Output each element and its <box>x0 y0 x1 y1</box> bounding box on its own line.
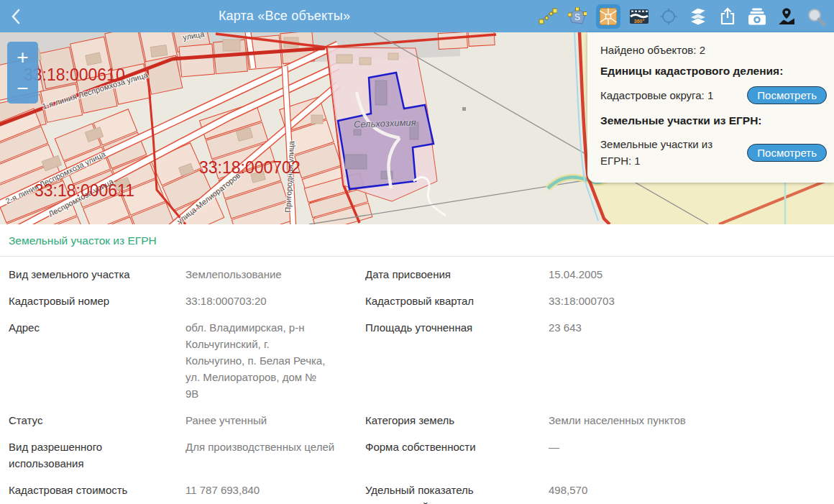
field-value: 498,570 <box>549 477 834 504</box>
screenshot-button[interactable] <box>746 4 768 29</box>
details-grid: Вид земельного участка Землепользование … <box>0 257 834 504</box>
cadastral-objects-icon <box>599 7 618 26</box>
field-value: Ранее учтенный <box>185 407 365 434</box>
back-button[interactable] <box>10 4 32 29</box>
egrn-parcels-count: Земельные участки из ЕГРН: 1 <box>600 136 733 170</box>
objects-inspector-button[interactable] <box>776 4 797 29</box>
share-button[interactable] <box>717 4 738 29</box>
locate-icon <box>659 7 678 26</box>
details-title: Земельный участок из ЕГРН <box>9 234 825 247</box>
field-value: 11 787 693,840 <box>185 477 365 504</box>
screenshot-camera-icon <box>747 7 767 26</box>
page-title: Карта «Все объекты» <box>32 9 537 24</box>
view-parcels-button[interactable]: Посмотреть <box>747 144 827 162</box>
measure-area-button[interactable]: S <box>567 4 588 29</box>
quarter-label-702: 33:18:000702 <box>199 158 301 177</box>
layers-button[interactable] <box>687 4 709 29</box>
field-value: — <box>549 434 834 477</box>
field-label: Статус <box>9 407 150 434</box>
quarter-label-611: 33:18:000611 <box>35 181 134 200</box>
chevron-left-icon <box>10 8 22 25</box>
measure-area-icon: S <box>568 7 587 26</box>
field-value: 23 643 <box>549 314 834 407</box>
layers-icon <box>689 7 707 26</box>
field-value: Для производственных целей <box>185 434 365 477</box>
measure-distance-icon <box>539 7 557 26</box>
field-label: Вид разрешенного использования <box>9 434 150 477</box>
app-header: Карта «Все объекты» S <box>0 0 834 32</box>
panorama-360-button[interactable]: 360° <box>628 4 650 29</box>
egrn-parcels-row: Земельные участки из ЕГРН: 1 Посмотреть <box>600 136 827 170</box>
field-label: Удельный показатель кадастровой стоимост… <box>365 477 506 504</box>
toolbar: S <box>537 4 827 29</box>
field-label: Вид земельного участка <box>9 261 150 288</box>
field-value: 33:18:000703:20 <box>185 288 365 314</box>
svg-text:360°: 360° <box>634 18 645 23</box>
zoom-in-button[interactable]: + <box>7 42 38 73</box>
field-label: Кадастровый квартал <box>365 288 506 314</box>
measure-distance-button[interactable] <box>537 4 559 29</box>
search-icon <box>807 7 825 26</box>
field-label: Кадастровый номер <box>9 288 150 314</box>
parcel-details: Земельный участок из ЕГРН Вид земельного… <box>0 224 834 504</box>
search-results-panel: Найдено объектов: 2 Единицы кадастрового… <box>587 32 834 183</box>
field-label: Адрес <box>9 314 150 407</box>
app: Карта «Все объекты» S <box>0 0 834 504</box>
selected-parcel-label: Сельхозхимия <box>354 116 416 129</box>
svg-text:S: S <box>574 12 580 22</box>
field-label: Категория земель <box>365 407 506 434</box>
field-label: Форма собственности <box>365 434 506 477</box>
field-value: Землепользование <box>185 261 365 288</box>
field-label: Площадь уточненная <box>365 314 506 407</box>
cadastral-districts-count: Кадастровые округа: 1 <box>600 87 733 104</box>
zoom-control: + − <box>7 42 38 104</box>
field-value: 33:18:000703 <box>549 288 834 314</box>
field-value-address: обл. Владимирская, р-н Кольчугинский, г.… <box>185 314 341 407</box>
field-label: Дата присвоения <box>365 261 506 288</box>
panorama-360-icon: 360° <box>629 7 649 26</box>
search-button[interactable] <box>805 4 827 29</box>
field-label: Кадастровая стоимость <box>9 477 150 504</box>
section-egrn-parcels-title: Земельные участки из ЕГРН: <box>600 114 827 127</box>
person-map-pin-icon <box>776 7 797 26</box>
section-cadastral-division-title: Единицы кадастрового деления: <box>600 65 827 78</box>
view-districts-button[interactable]: Посмотреть <box>747 86 827 104</box>
field-value: 15.04.2005 <box>549 261 834 288</box>
found-objects-count: Найдено объектов: 2 <box>600 44 827 56</box>
quarter-label-610: 33:18:000610 <box>24 65 125 84</box>
cadastral-objects-button[interactable] <box>596 4 620 29</box>
map-canvas[interactable]: 1-я линия Леспромхоза улица Леспромхоза … <box>0 32 834 224</box>
share-icon <box>718 7 737 26</box>
field-value: Земли населенных пунктов <box>549 407 834 434</box>
locate-button[interactable] <box>658 4 679 29</box>
cadastral-districts-row: Кадастровые округа: 1 Посмотреть <box>600 86 827 104</box>
zoom-out-button[interactable]: − <box>7 73 38 104</box>
